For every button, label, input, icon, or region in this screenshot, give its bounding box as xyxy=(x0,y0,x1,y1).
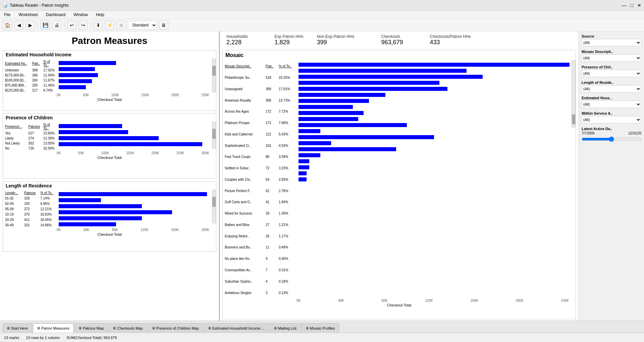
star-button[interactable]: ☆ xyxy=(116,20,126,30)
filter-button[interactable]: ⚡ xyxy=(105,20,114,30)
mosaic-row-15: Boomers and Bo..110.49% xyxy=(223,242,296,253)
income-bar-table xyxy=(57,59,212,91)
sort-button[interactable]: ⬇ xyxy=(94,20,103,30)
title-bar-left: 📊 Tableau Reader - Patron Insights xyxy=(3,3,68,8)
status-bar: 13 marks 13 rows by 1 column SUM(Checkou… xyxy=(0,333,644,342)
menu-worksheet[interactable]: Worksheet xyxy=(17,12,39,17)
residence-scrollbar[interactable] xyxy=(212,190,216,223)
home-button[interactable]: 🏠 xyxy=(3,20,12,30)
print-button[interactable]: 🖨 xyxy=(52,20,61,30)
back-button[interactable]: ◀ xyxy=(14,20,23,30)
mosaic-row-19: Ambitious Singles30.13% xyxy=(223,287,296,298)
menu-help[interactable]: Help xyxy=(95,12,106,17)
mosaic-row-11: Golf Carts and G..411.84% xyxy=(223,197,296,208)
residence-row-4: 20-2941118.45% xyxy=(4,217,56,222)
filter-income: Estimated Hous.. (All) xyxy=(582,96,641,108)
mosaic-row-3: Across the Ages1727.72% xyxy=(223,106,296,117)
residence-x-labels: 0K40K80K120K160K200K xyxy=(3,228,216,232)
metric-checkouts: Checkouts 963,679 xyxy=(381,34,403,46)
residence-select[interactable]: (All) xyxy=(582,85,641,93)
redo-button[interactable]: ↪ xyxy=(78,20,88,30)
children-x-labels: 0K50K100K150K200K250K300K xyxy=(3,151,216,155)
menu-dashboard[interactable]: Dashboard xyxy=(44,12,67,17)
mosaic-row-9: Couples with Clo..632.83% xyxy=(223,174,296,185)
service-select[interactable]: (All) xyxy=(582,116,641,123)
mosaic-row-12: Wired for Success291.30% xyxy=(223,208,296,219)
tab-mailing[interactable]: ⊞ Mailing List xyxy=(270,323,301,333)
children-scrollbar[interactable] xyxy=(212,122,216,149)
mosaic-select[interactable]: (All) xyxy=(582,54,641,62)
residence-bars xyxy=(57,190,212,228)
maximize-button[interactable]: □ xyxy=(631,3,633,8)
tab-checkouts-map[interactable]: ⊞ Checkouts Map xyxy=(109,323,147,333)
mosaic-section: Mosaic Mosaic Descripti.. Patr.. % of To… xyxy=(222,50,576,319)
filter-service: Within Service A.. (All) xyxy=(582,111,641,123)
children-select[interactable]: (All) xyxy=(582,70,641,77)
page-title: Patron Measures xyxy=(0,32,219,49)
mosaic-table: Mosaic Descripti.. Patr.. % of To.. Phil… xyxy=(223,60,297,299)
forward-button[interactable]: ▶ xyxy=(25,20,35,30)
left-panel: Patron Measures Estimated Household Inco… xyxy=(0,32,220,321)
mosaic-row-5: Kids and Cabernet1215.43% xyxy=(223,129,296,140)
tab-income[interactable]: ⊞ Estimated Household Income ... xyxy=(204,323,269,333)
menu-file[interactable]: File xyxy=(3,12,12,17)
children-bars xyxy=(57,122,212,151)
metric-checkouts-hh: Checkouts/Patron HHs 433 xyxy=(430,34,471,46)
title-bar-controls[interactable]: — □ ✕ xyxy=(622,3,641,8)
residence-bar-table xyxy=(57,190,212,228)
date-slider[interactable] xyxy=(582,136,641,142)
tab-patron-measures[interactable]: ⊞ Patron Measures xyxy=(33,323,74,333)
mosaic-row-8: Settled in Subur..723.23% xyxy=(223,163,296,174)
mosaic-scrollbar[interactable] xyxy=(572,60,576,127)
title-bar: 📊 Tableau Reader - Patron Insights — □ ✕ xyxy=(0,0,644,11)
tab-mosaic[interactable]: ⊞ Mosaic Profiles xyxy=(302,323,339,333)
tab-children-map[interactable]: ⊞ Presence of Children Map xyxy=(148,323,203,333)
income-scrollbar[interactable] xyxy=(212,59,216,92)
residence-table: Length .. Patrons % of To.. 01-021597.14… xyxy=(3,190,57,228)
income-col-2: Patr.. xyxy=(31,59,41,67)
app-icon: 📊 xyxy=(3,3,8,8)
mosaic-row-18: Suburban Sophis..40.18% xyxy=(223,276,296,287)
filter-date: Latest Active Da.. 7/7/200012/31/20 xyxy=(582,127,641,142)
save-button[interactable]: 💾 xyxy=(41,20,50,30)
tab-icon-income: ⊞ xyxy=(208,326,211,330)
children-row-0: Yes52723.65% xyxy=(4,131,56,135)
income-select[interactable]: (All) xyxy=(582,101,641,108)
income-table: Estimated Ho.. Patr.. % of To.. Unknown3… xyxy=(3,59,57,93)
income-row-2: $100,000-$1..26011.67% xyxy=(4,78,56,82)
menu-window[interactable]: Window xyxy=(72,12,89,17)
filter-panel: Source (All) Mosaic Descripti.. (All) Pr… xyxy=(579,32,644,321)
close-button[interactable]: ✕ xyxy=(637,3,641,8)
undo-button[interactable]: ↩ xyxy=(67,20,76,30)
children-header: Presence .. Patrons % of To.. xyxy=(4,122,56,130)
source-select[interactable]: (All) xyxy=(582,39,641,46)
residence-row-3: 10-1937516.83% xyxy=(4,212,56,217)
tab-start-here[interactable]: ⊞ Start Here xyxy=(3,323,32,333)
separator-3 xyxy=(91,21,91,29)
date-range: 7/7/200012/31/20 xyxy=(582,131,641,135)
residence-row-1: 02-041556.96% xyxy=(4,201,56,206)
minimize-button[interactable]: — xyxy=(622,3,627,8)
tab-icon-children: ⊞ xyxy=(152,326,155,330)
app-title: Tableau Reader - Patron Insights xyxy=(10,3,68,8)
metric-households: Households 2,228 xyxy=(226,34,248,46)
tab-icon-start: ⊞ xyxy=(7,326,10,330)
tab-bar: ⊞ Start Here ⊞ Patron Measures ⊞ Patrons… xyxy=(0,321,644,333)
separator-2 xyxy=(64,21,64,29)
children-section: Presence of Children Presence .. Patrons… xyxy=(3,113,216,179)
children-table-wrap: Presence .. Patrons % of To.. Yes52723.6… xyxy=(3,122,216,151)
status-marks: 13 marks xyxy=(4,336,19,340)
children-bar-table xyxy=(57,122,212,148)
residence-row-0: 01-021597.14% xyxy=(4,196,56,201)
view-select[interactable]: Standard xyxy=(128,21,157,30)
residence-axis-label: Checkout Total xyxy=(3,232,216,237)
children-row-3: No72632.59% xyxy=(4,146,56,151)
present-button[interactable]: 🖥 xyxy=(159,20,168,30)
children-axis-label: Checkout Total xyxy=(3,155,216,160)
tab-patrons-map[interactable]: ⊞ Patrons Map xyxy=(74,323,108,333)
income-col-3: % of To.. xyxy=(42,59,56,67)
mosaic-row-17: Cosmopolitan Ac..70.31% xyxy=(223,265,296,276)
filter-mosaic: Mosaic Descripti.. (All) xyxy=(582,50,641,62)
toolbar: 🏠 ◀ ▶ 💾 🖨 ↩ ↪ ⬇ ⚡ ☆ Standard 🖥 xyxy=(0,19,644,32)
metric-exp-patron: Exp Patron HHs 1,829 xyxy=(274,34,303,46)
